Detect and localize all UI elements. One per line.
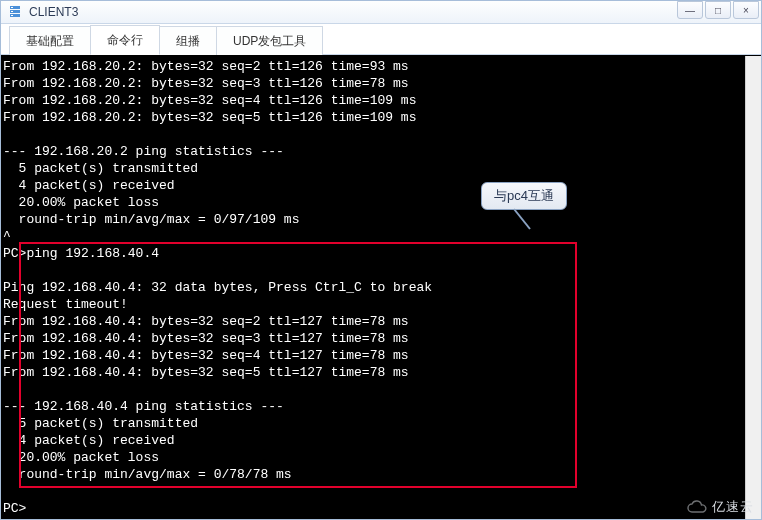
tab-command-line[interactable]: 命令行 xyxy=(90,25,160,55)
close-button[interactable]: × xyxy=(733,1,759,19)
window-title: CLIENT3 xyxy=(29,5,78,19)
callout-text: 与pc4互通 xyxy=(494,188,554,203)
minimize-button[interactable]: — xyxy=(677,1,703,19)
titlebar: CLIENT3 — □ × xyxy=(1,1,761,24)
tab-udp-tool[interactable]: UDP发包工具 xyxy=(216,26,323,55)
terminal[interactable]: From 192.168.20.2: bytes=32 seq=2 ttl=12… xyxy=(1,56,761,519)
close-icon: × xyxy=(743,5,749,16)
terminal-output-2: PC>ping 192.168.40.4 Ping 192.168.40.4: … xyxy=(3,246,432,482)
callout-bubble: 与pc4互通 xyxy=(481,182,567,210)
callout-tail-icon xyxy=(512,207,542,237)
tab-multicast[interactable]: 组播 xyxy=(159,26,217,55)
vertical-scrollbar[interactable] xyxy=(745,56,761,519)
minimize-icon: — xyxy=(685,5,695,16)
tab-basic-config[interactable]: 基础配置 xyxy=(9,26,91,55)
terminal-area: From 192.168.20.2: bytes=32 seq=2 ttl=12… xyxy=(1,55,761,519)
terminal-output-1: From 192.168.20.2: bytes=32 seq=2 ttl=12… xyxy=(3,59,416,244)
tab-bar: 基础配置 命令行 组播 UDP发包工具 xyxy=(1,24,761,55)
terminal-prompt: PC> xyxy=(3,501,26,516)
maximize-button[interactable]: □ xyxy=(705,1,731,19)
app-icon xyxy=(7,4,23,20)
maximize-icon: □ xyxy=(715,5,721,16)
app-window: CLIENT3 — □ × 基础配置 命令行 组播 UDP发包工具 From 1… xyxy=(0,0,762,520)
window-controls: — □ × xyxy=(677,1,759,19)
